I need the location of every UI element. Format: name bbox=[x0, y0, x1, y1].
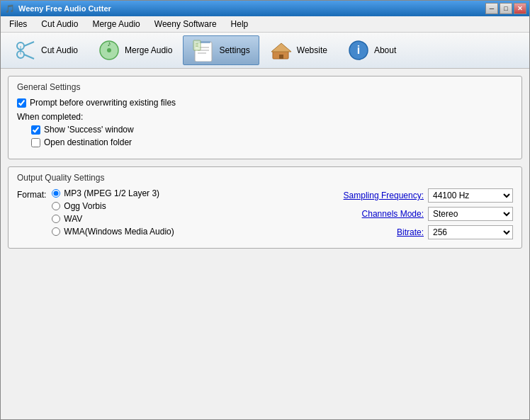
main-content: General Settings Prompt before overwriti… bbox=[1, 69, 529, 419]
format-row: Format: MP3 (MPEG 1/2 Layer 3) Ogg Vorbi… bbox=[17, 188, 513, 239]
format-wav-radio[interactable] bbox=[52, 215, 60, 223]
format-mp3-radio[interactable] bbox=[52, 189, 60, 198]
menu-cut-audio[interactable]: Cut Audio bbox=[35, 18, 84, 30]
window-title: Weeny Free Audio Cutter bbox=[18, 4, 111, 13]
format-wma-radio[interactable] bbox=[52, 227, 60, 236]
format-ogg-row: Ogg Vorbis bbox=[52, 201, 174, 211]
toolbar-cut-audio-label: Cut Audio bbox=[41, 45, 78, 55]
format-options: MP3 (MPEG 1/2 Layer 3) Ogg Vorbis WAV bbox=[52, 188, 174, 237]
sampling-frequency-select[interactable]: 44100 Hz 22050 Hz 11025 Hz 8000 Hz 48000… bbox=[428, 188, 513, 203]
general-settings-title: General Settings bbox=[17, 82, 513, 92]
toolbar-about-label: About bbox=[374, 45, 396, 55]
settings-icon bbox=[192, 39, 215, 62]
sampling-frequency-row: Sampling Frequency: 44100 Hz 22050 Hz 11… bbox=[344, 188, 513, 203]
toolbar-website[interactable]: Website bbox=[261, 35, 337, 65]
menu-merge-audio[interactable]: Merge Audio bbox=[86, 18, 145, 30]
format-wav-label[interactable]: WAV bbox=[64, 214, 82, 224]
svg-rect-18 bbox=[279, 55, 283, 59]
svg-text:♪: ♪ bbox=[108, 40, 111, 47]
format-wav-row: WAV bbox=[52, 214, 174, 224]
channels-mode-row: Channels Mode: Stereo Mono Joint Stereo bbox=[344, 207, 513, 221]
output-quality-panel: Output Quality Settings Format: MP3 (MPE… bbox=[8, 166, 522, 249]
maximize-button[interactable]: □ bbox=[500, 3, 512, 14]
channels-mode-select[interactable]: Stereo Mono Joint Stereo bbox=[428, 207, 513, 221]
title-bar-left: 🎵 Weeny Free Audio Cutter bbox=[5, 4, 111, 13]
svg-rect-13 bbox=[193, 40, 201, 50]
cut-audio-icon bbox=[14, 39, 37, 62]
open-destination-label[interactable]: Open destination folder bbox=[44, 137, 132, 147]
toolbar-merge-audio-label: Merge Audio bbox=[125, 45, 172, 55]
show-success-checkbox[interactable] bbox=[31, 125, 40, 135]
menu-help[interactable]: Help bbox=[225, 18, 254, 30]
format-mp3-row: MP3 (MPEG 1/2 Layer 3) bbox=[52, 188, 174, 198]
channels-mode-label[interactable]: Channels Mode: bbox=[362, 209, 424, 219]
open-destination-row: Open destination folder bbox=[31, 137, 513, 147]
svg-line-2 bbox=[24, 42, 34, 46]
format-ogg-label[interactable]: Ogg Vorbis bbox=[64, 201, 106, 211]
svg-point-6 bbox=[107, 48, 111, 52]
format-label: Format: bbox=[17, 188, 46, 200]
quality-controls: Sampling Frequency: 44100 Hz 22050 Hz 11… bbox=[344, 188, 513, 239]
merge-audio-icon: ♪ bbox=[98, 39, 120, 62]
toolbar: Cut Audio ♪ Merge Audio bbox=[1, 33, 529, 69]
format-wma-row: WMA(Windows Media Audio) bbox=[52, 227, 174, 237]
when-completed-options: Show 'Success' window Open destination f… bbox=[31, 125, 513, 147]
toolbar-merge-audio[interactable]: ♪ Merge Audio bbox=[89, 35, 181, 65]
general-settings-panel: General Settings Prompt before overwriti… bbox=[8, 76, 522, 159]
format-section: Format: MP3 (MPEG 1/2 Layer 3) Ogg Vorbi… bbox=[17, 188, 174, 237]
app-icon: 🎵 bbox=[5, 4, 15, 13]
svg-marker-17 bbox=[271, 43, 291, 52]
toolbar-about[interactable]: i About bbox=[338, 35, 405, 65]
bitrate-label[interactable]: Bitrate: bbox=[397, 227, 424, 237]
format-wma-label[interactable]: WMA(Windows Media Audio) bbox=[64, 227, 174, 237]
output-quality-title: Output Quality Settings bbox=[17, 173, 513, 183]
toolbar-settings[interactable]: Settings bbox=[183, 35, 259, 65]
svg-text:i: i bbox=[357, 44, 360, 56]
close-button[interactable]: ✕ bbox=[514, 3, 526, 14]
open-destination-checkbox[interactable] bbox=[31, 138, 40, 147]
title-bar-buttons: ─ □ ✕ bbox=[485, 3, 526, 14]
main-window: 🎵 Weeny Free Audio Cutter ─ □ ✕ Files Cu… bbox=[0, 0, 530, 420]
minimize-button[interactable]: ─ bbox=[485, 3, 498, 14]
toolbar-website-label: Website bbox=[297, 45, 327, 55]
title-bar: 🎵 Weeny Free Audio Cutter ─ □ ✕ bbox=[1, 1, 529, 16]
sampling-frequency-label[interactable]: Sampling Frequency: bbox=[344, 191, 424, 200]
menu-weeny-software[interactable]: Weeny Software bbox=[149, 18, 222, 30]
when-completed-label: When completed: bbox=[17, 112, 513, 122]
svg-line-3 bbox=[24, 55, 34, 59]
prompt-overwrite-row: Prompt before overwriting existing files bbox=[17, 98, 513, 108]
format-ogg-radio[interactable] bbox=[52, 202, 60, 210]
show-success-row: Show 'Success' window bbox=[31, 125, 513, 135]
prompt-overwrite-checkbox[interactable] bbox=[17, 98, 26, 108]
about-icon: i bbox=[347, 39, 370, 62]
menu-files[interactable]: Files bbox=[4, 18, 33, 30]
bitrate-select[interactable]: 256 128 192 320 64 32 bbox=[428, 225, 513, 239]
toolbar-settings-label: Settings bbox=[219, 45, 249, 55]
website-icon bbox=[270, 39, 293, 62]
format-mp3-label[interactable]: MP3 (MPEG 1/2 Layer 3) bbox=[64, 188, 159, 198]
bitrate-row: Bitrate: 256 128 192 320 64 32 bbox=[344, 225, 513, 239]
prompt-overwrite-label[interactable]: Prompt before overwriting existing files bbox=[30, 98, 176, 108]
menu-bar: Files Cut Audio Merge Audio Weeny Softwa… bbox=[1, 16, 529, 33]
toolbar-cut-audio[interactable]: Cut Audio bbox=[5, 35, 87, 65]
show-success-label[interactable]: Show 'Success' window bbox=[44, 125, 134, 135]
